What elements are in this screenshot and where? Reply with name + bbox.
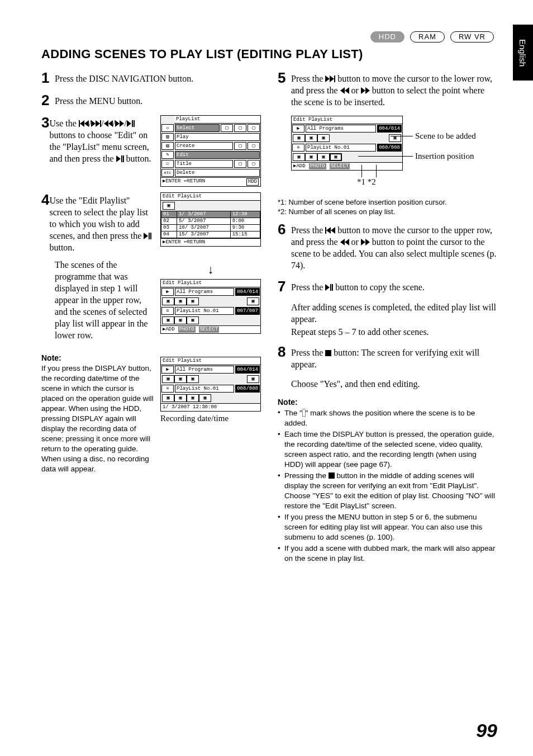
step-number-7: 7 [278, 279, 291, 294]
step-4-paragraph: The scenes of the programme that was dis… [55, 259, 154, 341]
step-number-8: 8 [278, 344, 291, 359]
callout-scene-to-add: Scene to be added [415, 131, 476, 141]
screenshot-edit-playlist-list: Edit PlayList ▣ 011/ 3/200712:30 025/ 3/… [160, 192, 261, 247]
insertion-cursor-icon [302, 409, 306, 417]
language-tab: English [513, 25, 533, 81]
step-6-text: Press the button to move the cursor to t… [291, 222, 497, 271]
play-pause-icon [127, 119, 135, 128]
step-4-text: Use the "Edit Playlist" screen to select… [49, 192, 154, 253]
step-number-6: 6 [278, 222, 291, 237]
play-pause-icon [144, 231, 151, 240]
screenshot-edit-playlist-datetime: Edit PlayList ▶All Programs004/014 ▣▣▣▣ … [160, 357, 261, 412]
stop-icon [329, 472, 335, 479]
step-7-paragraph-1: After adding scenes is completed, the ed… [291, 301, 497, 325]
stop-icon [325, 350, 331, 356]
play-pause-icon [116, 154, 124, 163]
badge-hdd: HDD [370, 31, 404, 42]
media-badges: HDD RAM RW VR [370, 31, 494, 42]
screenshot-edit-playlist-callouts: Edit PlayList ▶All Programs004/014 ▣▣▣▣ … [291, 116, 403, 171]
step-number-5: 5 [278, 70, 291, 85]
notes-list: The "" mark shows the position where the… [278, 408, 497, 564]
footnotes: *1: Number of scene before insertion pos… [278, 197, 497, 216]
callout-insertion-position: Insertion position [415, 152, 474, 161]
fast-forward-icon [361, 237, 370, 247]
step-7-paragraph-2: Repeat steps 5 – 7 to add other scenes. [291, 326, 497, 338]
rewind-icon [340, 86, 349, 95]
next-track-icon [325, 74, 335, 83]
step-number-4: 4 [41, 192, 49, 207]
prev-track-icon [325, 225, 335, 235]
step-number-2: 2 [41, 93, 55, 107]
screenshot-edit-playlist-rows-1: Edit PlayList ▶All Programs004/014 ▣▣▣▣ … [160, 279, 261, 334]
next-track-icon [91, 119, 101, 128]
note-heading-left: Note: [41, 353, 154, 362]
recording-datetime-caption: Recording date/time [160, 414, 261, 423]
step-number-3: 3 [41, 115, 49, 130]
rewind-icon [340, 237, 349, 247]
fast-forward-icon [115, 119, 124, 128]
rewind-icon [104, 119, 113, 128]
badge-rwvr: RW VR [450, 31, 494, 42]
step-2-text: Press the MENU button. [55, 93, 261, 107]
star-labels: *1 *2 [357, 177, 376, 187]
step-1-text: Press the DISC NAVIGATION button. [55, 70, 261, 84]
step-8-paragraph: Choose "Yes", and then end editing. [291, 378, 497, 390]
arrow-down-icon: ↓ [160, 262, 261, 277]
fast-forward-icon [361, 86, 370, 95]
step-8-text: Press the button: The screen for verifyi… [291, 344, 497, 370]
badge-ram: RAM [410, 31, 445, 42]
prev-track-icon [79, 119, 89, 128]
note-heading-right: Note: [278, 398, 497, 407]
step-7-text: Press the button to copy the scene. [291, 279, 497, 293]
step-3-text: Use the //// buttons to choose "Edit" on… [49, 115, 154, 164]
step-number-1: 1 [41, 70, 55, 85]
page-heading: ADDING SCENES TO PLAY LIST (EDITING PLAY… [41, 47, 497, 62]
step-5-text: Press the button to move the cursor to t… [291, 70, 497, 108]
note-left-body: If you press the DISPLAY button, the rec… [41, 363, 154, 474]
page-number: 99 [476, 720, 497, 741]
screenshot-playlist-menu: PlayList ☼Select▢▢▢ ▥Play ▤Create▢▢ ✎Edi… [160, 115, 261, 187]
play-pause-icon [325, 282, 333, 292]
